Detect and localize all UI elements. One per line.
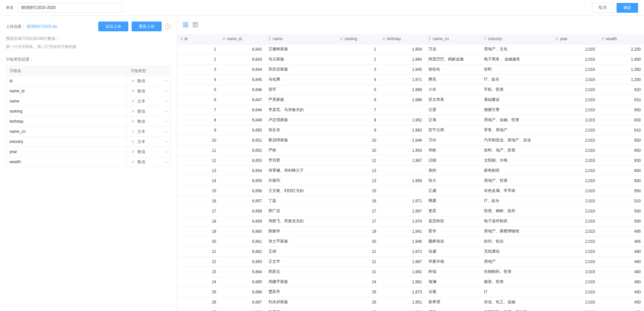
number-type-icon: #: [130, 109, 136, 113]
cell-id: 15: [177, 186, 219, 196]
table-row[interactable]: 226,863王文学211,967华夏幸福房地产2,015480: [177, 257, 644, 267]
grid-header-name[interactable]: Tname: [265, 34, 337, 44]
confirm-button[interactable]: 确定: [617, 3, 638, 13]
cell-name: 马云家族: [265, 54, 337, 64]
table-row[interactable]: 26,843马云家族21,964阿里巴巴、蚂蚁金服电子商务 、金融服务2,015…: [177, 54, 644, 64]
cell-wealth: 1,200: [598, 74, 644, 85]
table-row[interactable]: 76,848李彦宏、马东敏夫妇7百度搜索引擎2,015850: [177, 105, 644, 115]
cell-industry: 饮料、地产、投资: [481, 145, 553, 155]
cell-ranking: 21: [337, 267, 379, 277]
cell-id: 18: [177, 216, 219, 226]
field-type-cell[interactable]: T文本▾: [127, 96, 171, 106]
cell-industry: 搜索引擎: [481, 105, 553, 115]
field-type-cell[interactable]: T文本▾: [127, 137, 171, 147]
cell-name: 丁磊: [265, 196, 337, 206]
table-row[interactable]: 266,867刘永好家族251,951新希望农业、化工、金融2,015450: [177, 297, 644, 307]
cell-id: 1: [177, 44, 219, 54]
table-row[interactable]: 186,859周群飞、郑俊龙夫妇171,970蓝思科技电子器件制造2,01550…: [177, 216, 644, 226]
table-row[interactable]: 96,850张近东91,963苏宁云商零售、房地产2,015810: [177, 125, 644, 135]
table-row[interactable]: 136,854何享健、何剑锋父子13美的家电制造2,015600: [177, 165, 644, 176]
table-row[interactable]: 36,844宗庆后家族31,945娃哈哈饮料2,0151,350: [177, 64, 644, 74]
grid-header-birthday[interactable]: #birthday: [379, 34, 425, 44]
grid-header-name_cn[interactable]: Tname_cn: [425, 34, 481, 44]
grid-header-label: industry: [488, 37, 502, 41]
cell-name: 宗庆后家族: [265, 64, 337, 74]
field-name-cell: year: [6, 147, 127, 157]
help-icon[interactable]: ?: [165, 23, 171, 29]
grid-header-year[interactable]: #year: [553, 34, 598, 44]
cell-wealth: 1,450: [598, 54, 644, 64]
cell-year: 2,015: [553, 135, 598, 145]
grid-header-label: name_id: [227, 37, 242, 41]
cell-name: 严彬: [265, 145, 337, 155]
table-name-input[interactable]: [18, 3, 122, 13]
field-row: name_cnT文本▾: [6, 127, 171, 137]
cancel-button[interactable]: 取消: [592, 3, 613, 13]
reupload-button[interactable]: 重新上传: [132, 22, 162, 31]
chevron-down-icon: ▾: [166, 160, 167, 164]
cell-year: 2,015: [553, 145, 598, 155]
append-upload-button[interactable]: 追加上传: [98, 22, 128, 31]
cell-wealth: 450: [598, 287, 644, 297]
table-row[interactable]: 206,861张士平家族201,946魏桥创业纺织、铝业2,015485: [177, 236, 644, 246]
table-row[interactable]: 156,856王文银、刘结红夫妇15正威有色金属、半导体2,015550: [177, 186, 644, 196]
cell-name: 鲁冠球家族: [265, 135, 337, 145]
cell-id: 19: [177, 226, 219, 236]
cell-wealth: 485: [598, 236, 644, 246]
grid-header-ranking[interactable]: #ranking: [337, 34, 379, 44]
cell-industry: 服装、投资: [481, 277, 553, 287]
table-row[interactable]: 86,849卢志强家族81,952泛海房地产、金融、投资2,015830: [177, 115, 644, 125]
cell-year: 2,015: [553, 277, 598, 287]
field-type-cell[interactable]: T文本▾: [127, 127, 171, 137]
field-type-cell[interactable]: #数值▾: [127, 157, 171, 167]
table-row[interactable]: 216,862王靖211,972信威无线通信2,015480: [177, 246, 644, 257]
grid-header-id[interactable]: #id: [177, 34, 219, 44]
cell-ranking: 20: [337, 236, 379, 246]
text-type-icon: T: [268, 37, 271, 41]
card-view-icon[interactable]: [193, 22, 198, 27]
table-row[interactable]: 256,866贾跃亭251,973乐视IT2,015450: [177, 287, 644, 297]
cell-name: 张近东: [265, 125, 337, 135]
cell-name: 雷军: [265, 85, 337, 95]
field-row: id#数值▾: [6, 76, 171, 86]
field-type-cell[interactable]: #数值▾: [127, 117, 171, 127]
cell-id: 8: [177, 115, 219, 125]
table-row[interactable]: 16,842王健林家族11,954万达房地产、文化2,0152,200: [177, 44, 644, 54]
field-type-cell[interactable]: #数值▾: [127, 76, 171, 86]
cell-wealth: 2,200: [598, 44, 644, 54]
table-row[interactable]: 146,855许家印131,958恒大房地产、投资2,015600: [177, 176, 644, 186]
grid-header-industry[interactable]: Tindustry: [481, 34, 553, 44]
cell-wealth: 600: [598, 176, 644, 186]
cell-birthday: 1,969: [379, 85, 425, 95]
upload-file-name[interactable]: 胡润排行2020.xls: [27, 24, 57, 29]
grid-header-wealth[interactable]: #wealth: [598, 34, 644, 44]
table-row[interactable]: 246,865周建平家族241,961海澜服装、投资2,015460: [177, 277, 644, 287]
table-row[interactable]: 276,868孙广信251,962广汇汽车销售、能源、房地产2,015450: [177, 307, 644, 311]
table-row[interactable]: 66,847严昊家族61,986苏太华系基础建设2,015910: [177, 95, 644, 105]
table-row[interactable]: 236,864郑跃文211,962科瑞生物制药、投资2,015480: [177, 267, 644, 277]
table-row[interactable]: 116,852严彬101,954华彬饮料、地产、投资2,015650: [177, 145, 644, 155]
grid-view-icon[interactable]: [183, 22, 188, 27]
grid-header-name_id[interactable]: #name_id: [219, 34, 265, 44]
cell-name: 刘永好家族: [265, 297, 337, 307]
cell-wealth: 550: [598, 186, 644, 196]
cell-name_id: 6,847: [219, 95, 265, 105]
table-row[interactable]: 166,857丁磊161,971网易IT、娱乐2,015510: [177, 196, 644, 206]
field-type-cell[interactable]: #数值▾: [127, 147, 171, 157]
table-row[interactable]: 126,853李河君121,967汉能太阳能、水电2,015630: [177, 155, 644, 165]
table-row[interactable]: 46,845马化腾41,971腾讯IT、娱乐2,0151,200: [177, 74, 644, 85]
table-row[interactable]: 176,858郭广昌171,967复星投资、钢铁、医药2,015500: [177, 206, 644, 216]
table-row[interactable]: 56,846雷军51,969小米手机、投资2,015920: [177, 85, 644, 95]
cell-birthday: 1,964: [379, 54, 425, 64]
number-type-icon: #: [130, 79, 136, 83]
field-type-cell[interactable]: #数值▾: [127, 106, 171, 117]
table-row[interactable]: 106,851鲁冠球家族101,946万向汽车制造业、房地产、农业2,01565…: [177, 135, 644, 145]
table-row[interactable]: 196,860陈丽华191,941富华房地产、紫檀博物馆2,015495: [177, 226, 644, 236]
cell-ranking: 24: [337, 277, 379, 287]
field-row: year#数值▾: [6, 147, 171, 157]
cell-birthday: 1,967: [379, 206, 425, 216]
cell-birthday: 1,971: [379, 74, 425, 85]
cell-name_cn: 复星: [425, 206, 481, 216]
field-type-cell[interactable]: #数值▾: [127, 86, 171, 96]
grid-header-label: id: [185, 37, 187, 41]
